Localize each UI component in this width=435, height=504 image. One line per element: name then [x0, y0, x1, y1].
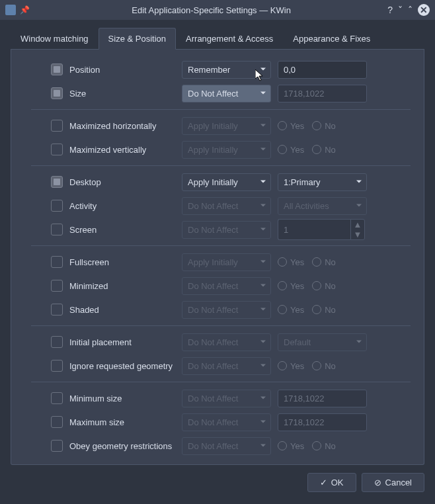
- minsize-checkbox[interactable]: [51, 392, 63, 404]
- obeygeo-checkbox[interactable]: [51, 440, 63, 452]
- window-title: Edit Application-Specific Settings — KWi…: [35, 5, 387, 15]
- cancel-button[interactable]: ⊘Cancel: [362, 473, 424, 492]
- shaded-rule-select: Do Not Affect: [182, 301, 271, 319]
- tab-size-position[interactable]: Size & Position: [99, 28, 176, 50]
- maxv-yes-radio: [278, 145, 287, 154]
- obeygeo-no-radio: [312, 441, 321, 450]
- screen-checkbox[interactable]: [51, 224, 63, 235]
- cancel-icon: ⊘: [374, 478, 381, 487]
- minimized-no-radio: [312, 281, 321, 290]
- ignoregeo-checkbox[interactable]: [51, 360, 63, 372]
- maxh-radio-group: Yes No: [278, 121, 336, 131]
- fullscreen-checkbox[interactable]: [51, 256, 63, 268]
- screen-value-spinner: ▲▼: [278, 219, 365, 240]
- maxsize-value-input: [278, 413, 367, 431]
- tab-arrangement-access[interactable]: Arrangement & Access: [176, 28, 283, 49]
- position-rule-select[interactable]: Remember: [182, 61, 271, 79]
- activity-rule-select: Do Not Affect: [182, 197, 271, 215]
- divider: [31, 245, 411, 246]
- ignoregeo-yes-radio: [278, 361, 287, 370]
- size-value-input[interactable]: [278, 85, 367, 103]
- obeygeo-rule-select: Do Not Affect: [182, 437, 271, 455]
- screen-rule-select: Do Not Affect: [182, 221, 271, 239]
- divider: [31, 165, 411, 166]
- desktop-value-select[interactable]: 1:Primary: [278, 173, 367, 191]
- position-value-input[interactable]: [278, 61, 367, 79]
- tab-window-matching[interactable]: Window matching: [11, 28, 99, 49]
- maximize-icon[interactable]: ˄: [408, 5, 413, 15]
- maxh-checkbox[interactable]: [51, 120, 63, 132]
- maxsize-label: Maximum size: [69, 417, 175, 427]
- chevron-up-icon: ▲: [354, 220, 362, 230]
- screen-label: Screen: [69, 225, 175, 235]
- fullscreen-yes-radio: [278, 257, 287, 267]
- maxh-rule-select: Apply Initially: [182, 117, 271, 135]
- shaded-yes-radio: [278, 305, 287, 314]
- maxv-checkbox[interactable]: [51, 144, 63, 155]
- divider: [31, 109, 411, 110]
- position-label: Position: [69, 65, 175, 75]
- activity-value-select: All Activities: [278, 197, 367, 215]
- shaded-checkbox[interactable]: [51, 304, 63, 315]
- check-icon: ✓: [320, 478, 327, 487]
- maxh-yes-radio: [278, 121, 287, 130]
- fullscreen-no-radio: [312, 257, 321, 267]
- maxsize-rule-select: Do Not Affect: [182, 413, 271, 431]
- minsize-value-input: [278, 390, 367, 407]
- minsize-label: Minimum size: [69, 394, 175, 403]
- settings-panel: Position Remember Size Do Not Affect Max…: [11, 50, 424, 465]
- desktop-rule-select[interactable]: Apply Initially: [182, 173, 271, 191]
- obeygeo-label: Obey geometry restrictions: [69, 441, 175, 451]
- shaded-no-radio: [312, 305, 321, 314]
- maxh-label: Maximized horizontally: [69, 121, 175, 131]
- pin-icon[interactable]: 📌: [20, 5, 30, 15]
- minimized-rule-select: Do Not Affect: [182, 277, 271, 295]
- initplace-checkbox[interactable]: [51, 336, 63, 348]
- activity-label: Activity: [69, 201, 175, 211]
- maxsize-checkbox[interactable]: [51, 416, 63, 428]
- minimized-checkbox[interactable]: [51, 280, 63, 292]
- ignoregeo-no-radio: [312, 361, 321, 370]
- tab-appearance-fixes[interactable]: Appearance & Fixes: [283, 28, 380, 49]
- chevron-down-icon: ▼: [354, 230, 362, 239]
- maxv-no-radio: [312, 145, 321, 154]
- maxh-no-radio: [312, 121, 321, 130]
- titlebar: 📌 Edit Application-Specific Settings — K…: [0, 0, 435, 20]
- fullscreen-rule-select: Apply Initially: [182, 253, 271, 271]
- maxv-radio-group: Yes No: [278, 145, 336, 155]
- close-icon[interactable]: ✕: [418, 4, 430, 16]
- desktop-checkbox[interactable]: [51, 176, 63, 188]
- ok-button[interactable]: ✓OK: [307, 473, 356, 492]
- maxv-label: Maximized vertically: [69, 145, 175, 155]
- screen-value-input: [278, 219, 350, 240]
- minimized-yes-radio: [278, 281, 287, 290]
- ignoregeo-rule-select: Do Not Affect: [182, 357, 271, 375]
- initplace-rule-select: Do Not Affect: [182, 333, 271, 351]
- dialog-buttons: ✓OK ⊘Cancel: [11, 465, 424, 492]
- maxv-rule-select: Apply Initially: [182, 141, 271, 159]
- activity-checkbox[interactable]: [51, 200, 63, 212]
- minimized-label: Minimized: [69, 281, 175, 291]
- shaded-label: Shaded: [69, 305, 175, 315]
- ignoregeo-label: Ignore requested geometry: [69, 361, 175, 371]
- size-rule-select[interactable]: Do Not Affect: [182, 85, 271, 103]
- help-icon[interactable]: ?: [387, 5, 393, 15]
- initplace-label: Initial placement: [69, 337, 175, 347]
- desktop-label: Desktop: [69, 177, 175, 187]
- divider: [31, 325, 411, 326]
- size-checkbox[interactable]: [51, 87, 63, 99]
- divider: [31, 382, 411, 382]
- size-label: Size: [69, 89, 175, 99]
- position-checkbox[interactable]: [51, 63, 63, 75]
- tab-bar: Window matching Size & Position Arrangem…: [11, 28, 424, 50]
- initplace-value-select: Default: [278, 333, 367, 351]
- minsize-rule-select: Do Not Affect: [182, 390, 271, 407]
- minimize-icon[interactable]: ˅: [398, 5, 403, 15]
- obeygeo-yes-radio: [278, 441, 287, 450]
- app-icon: [5, 5, 16, 15]
- fullscreen-label: Fullscreen: [69, 257, 175, 267]
